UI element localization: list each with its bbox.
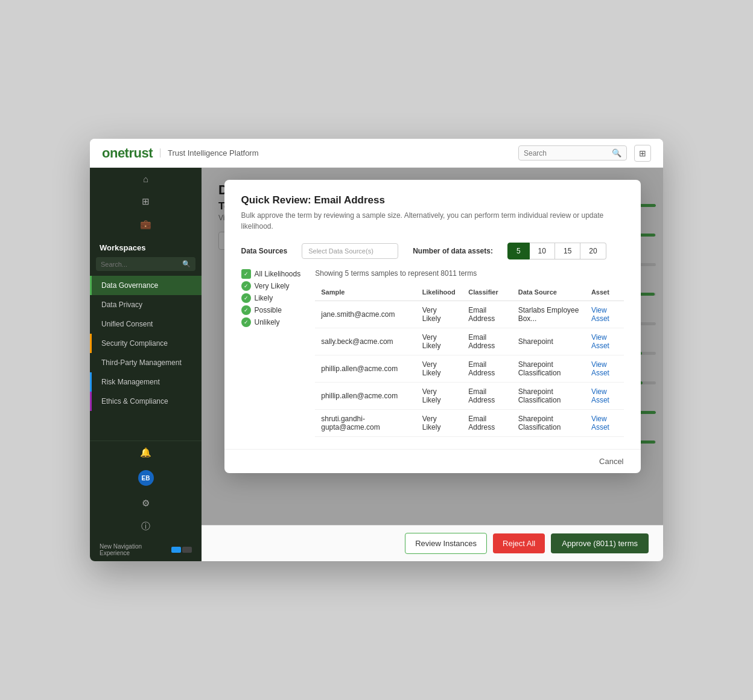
cell-sample: sally.beck@acme.com <box>315 328 416 355</box>
logo-text: onetrust <box>102 145 153 161</box>
search-input[interactable] <box>524 149 612 158</box>
sidebar-item-third-party[interactable]: Third-Party Management <box>90 353 202 372</box>
likelihood-possible[interactable]: ✓ Possible <box>241 305 301 315</box>
likelihood-possible-label: Possible <box>255 306 282 314</box>
modal-content: ✓ All Likelihoods ✓ Very Likely ✓ Likely <box>241 269 624 437</box>
cell-sample: shruti.gandhi-gupta@acme.com <box>315 410 416 437</box>
sidebar-home-icon[interactable]: ⌂ <box>90 168 202 190</box>
samples-table: Sample Likelihood Classifier Data Source… <box>315 284 623 437</box>
check-possible-icon: ✓ <box>241 305 251 315</box>
cell-data-source: Sharepoint Classification <box>512 383 585 410</box>
table-row: sally.beck@acme.com Very Likely Email Ad… <box>315 328 623 355</box>
cell-classifier: Email Address <box>462 383 512 410</box>
sidebar-top-icons: ⌂ ⊞ 💼 <box>90 168 202 236</box>
modal-overlay: Quick Review: Email Address Bulk approve… <box>202 168 663 561</box>
col-asset: Asset <box>585 284 624 301</box>
toggle-switch[interactable] <box>171 547 192 553</box>
new-nav-label: New Navigation Experience <box>100 543 168 556</box>
sidebar-item-data-governance[interactable]: Data Governance <box>90 276 202 295</box>
check-likely-icon: ✓ <box>241 293 251 303</box>
likelihood-unlikely-label: Unlikely <box>255 318 280 326</box>
modal-body: Quick Review: Email Address Bulk approve… <box>224 180 641 449</box>
avatar-icon[interactable]: EB <box>90 464 202 492</box>
cell-sample: jane.smith@acme.com <box>315 301 416 328</box>
likelihood-very-likely-label: Very Likely <box>255 282 290 290</box>
cell-data-source: Starlabs Employee Box... <box>512 301 585 328</box>
view-asset-link[interactable]: View Asset <box>591 360 609 377</box>
sidebar-briefcase-icon[interactable]: 💼 <box>90 213 202 236</box>
header: onetrust Trust Intelligence Platform 🔍 ⊞ <box>90 139 663 168</box>
quick-review-modal: Quick Review: Email Address Bulk approve… <box>224 180 641 473</box>
likelihoods-list: ✓ All Likelihoods ✓ Very Likely ✓ Likely <box>241 269 301 430</box>
bottom-bar: Review Instances Reject All Approve (801… <box>202 525 663 561</box>
grid-icon[interactable]: ⊞ <box>634 145 651 162</box>
cell-asset[interactable]: View Asset <box>585 383 624 410</box>
likelihood-likely[interactable]: ✓ Likely <box>241 293 301 303</box>
cell-data-source: Sharepoint <box>512 328 585 355</box>
platform-title: Trust Intelligence Platform <box>160 148 259 158</box>
sidebar-search-icon: 🔍 <box>182 260 191 268</box>
reject-all-button[interactable]: Reject All <box>493 533 545 553</box>
num-btns: 5 10 15 20 <box>507 243 606 259</box>
sidebar-item-risk-management[interactable]: Risk Management <box>90 372 202 392</box>
body: ⌂ ⊞ 💼 Workspaces 🔍 Data Governance Data … <box>90 168 663 561</box>
likelihood-all[interactable]: ✓ All Likelihoods <box>241 269 301 279</box>
cell-asset[interactable]: View Asset <box>585 355 624 383</box>
likelihood-very-likely[interactable]: ✓ Very Likely <box>241 281 301 291</box>
likelihood-likely-label: Likely <box>255 294 273 302</box>
col-data-source: Data Source <box>512 284 585 301</box>
sidebar-item-security-compliance[interactable]: Security Compliance <box>90 334 202 353</box>
cell-sample: phillip.allen@acme.com <box>315 355 416 383</box>
modal-subtitle: Bulk approve the term by reviewing a sam… <box>241 210 624 232</box>
likelihood-unlikely[interactable]: ✓ Unlikely <box>241 317 301 327</box>
num-btn-20[interactable]: 20 <box>580 243 606 259</box>
cell-likelihood: Very Likely <box>416 410 462 437</box>
help-icon[interactable]: ⓘ <box>90 515 202 538</box>
cell-classifier: Email Address <box>462 355 512 383</box>
table-row: phillip.allen@acme.com Very Likely Email… <box>315 383 623 410</box>
cell-sample: phillip.allen@acme.com <box>315 383 416 410</box>
datasource-label: Data Sources <box>241 247 288 255</box>
table-container: Showing 5 terms samples to represent 801… <box>315 269 623 437</box>
cell-likelihood: Very Likely <box>416 328 462 355</box>
num-btn-5[interactable]: 5 <box>507 243 530 259</box>
modal-datasource-select[interactable]: Select Data Source(s) <box>302 243 398 259</box>
num-btn-10[interactable]: 10 <box>530 243 555 259</box>
sidebar-section-header: Workspaces <box>90 236 202 257</box>
view-asset-link[interactable]: View Asset <box>591 333 609 350</box>
settings-icon[interactable]: ⚙ <box>90 492 202 515</box>
approve-button[interactable]: Approve (8011) terms <box>551 533 649 553</box>
cell-asset[interactable]: View Asset <box>585 328 624 355</box>
view-asset-link[interactable]: View Asset <box>591 415 609 431</box>
search-icon: 🔍 <box>612 148 621 158</box>
view-asset-link[interactable]: View Asset <box>591 306 609 323</box>
search-bar[interactable]: 🔍 <box>518 145 627 161</box>
table-row: phillip.allen@acme.com Very Likely Email… <box>315 355 623 383</box>
view-asset-link[interactable]: View Asset <box>591 387 609 404</box>
sidebar-item-data-privacy[interactable]: Data Privacy <box>90 295 202 314</box>
cell-asset[interactable]: View Asset <box>585 410 624 437</box>
header-right: 🔍 ⊞ <box>518 145 651 162</box>
cell-classifier: Email Address <box>462 328 512 355</box>
sidebar-item-ethics[interactable]: Ethics & Compliance <box>90 392 202 411</box>
table-row: jane.smith@acme.com Very Likely Email Ad… <box>315 301 623 328</box>
sidebar-search-input[interactable] <box>101 261 182 268</box>
cell-data-source: Sharepoint Classification <box>512 355 585 383</box>
sidebar-grid-icon[interactable]: ⊞ <box>90 190 202 213</box>
num-btn-15[interactable]: 15 <box>555 243 580 259</box>
check-all-icon: ✓ <box>241 269 251 279</box>
modal-title: Quick Review: Email Address <box>241 194 624 206</box>
modal-footer: Cancel <box>224 449 641 473</box>
main: Discovery Review Terms (95) View all dis… <box>202 168 663 561</box>
notification-icon[interactable]: 🔔 <box>90 441 202 464</box>
col-classifier: Classifier <box>462 284 512 301</box>
likelihood-all-label: All Likelihoods <box>255 270 301 278</box>
col-sample: Sample <box>315 284 416 301</box>
cancel-button[interactable]: Cancel <box>599 457 623 466</box>
review-instances-button[interactable]: Review Instances <box>405 533 487 554</box>
cell-data-source: Sharepoint Classification <box>512 410 585 437</box>
sidebar-item-unified-consent[interactable]: Unified Consent <box>90 314 202 334</box>
sidebar-search[interactable]: 🔍 <box>96 257 195 271</box>
modal-filters: Data Sources Select Data Source(s) Numbe… <box>241 243 624 259</box>
cell-asset[interactable]: View Asset <box>585 301 624 328</box>
